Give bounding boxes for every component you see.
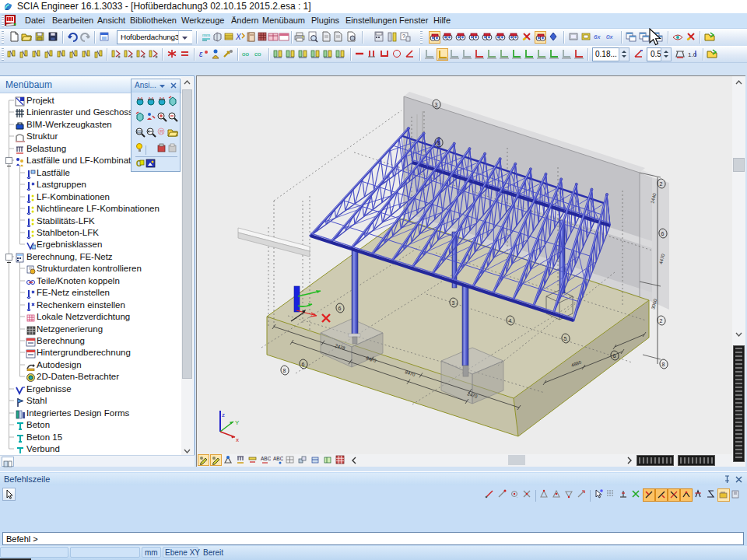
svg-text:co: co [254, 51, 261, 58]
svg-text:8: 8 [283, 368, 286, 373]
svg-text:.: . [517, 494, 517, 499]
svg-text:X: X [235, 33, 241, 41]
svg-text:2: 2 [660, 318, 663, 324]
svg-text:6: 6 [302, 362, 305, 367]
svg-text:x: x [236, 436, 239, 443]
svg-text:6: 6 [338, 306, 342, 311]
svg-text:8: 8 [662, 362, 665, 367]
svg-text:R: R [160, 129, 163, 135]
svg-text:ABC: ABC [261, 456, 271, 461]
svg-text:4: 4 [509, 318, 512, 324]
svg-text:Y: Y [235, 419, 240, 426]
svg-text:6: 6 [613, 353, 616, 359]
svg-text:6x: 6x [594, 33, 601, 40]
svg-text:mm: mm [202, 33, 210, 37]
svg-text:2: 2 [660, 181, 663, 187]
svg-text:8: 8 [437, 140, 440, 145]
svg-text:z: z [222, 411, 225, 418]
svg-text:0x: 0x [606, 33, 613, 40]
svg-text:ε: ε [199, 50, 203, 58]
svg-text:oo: oo [242, 51, 249, 58]
svg-text:ABC: ABC [273, 456, 283, 461]
svg-text:3: 3 [435, 102, 438, 107]
svg-text:?: ? [402, 33, 405, 39]
svg-text:5: 5 [564, 336, 567, 341]
svg-text:3: 3 [452, 300, 455, 306]
svg-text:6: 6 [661, 231, 665, 236]
